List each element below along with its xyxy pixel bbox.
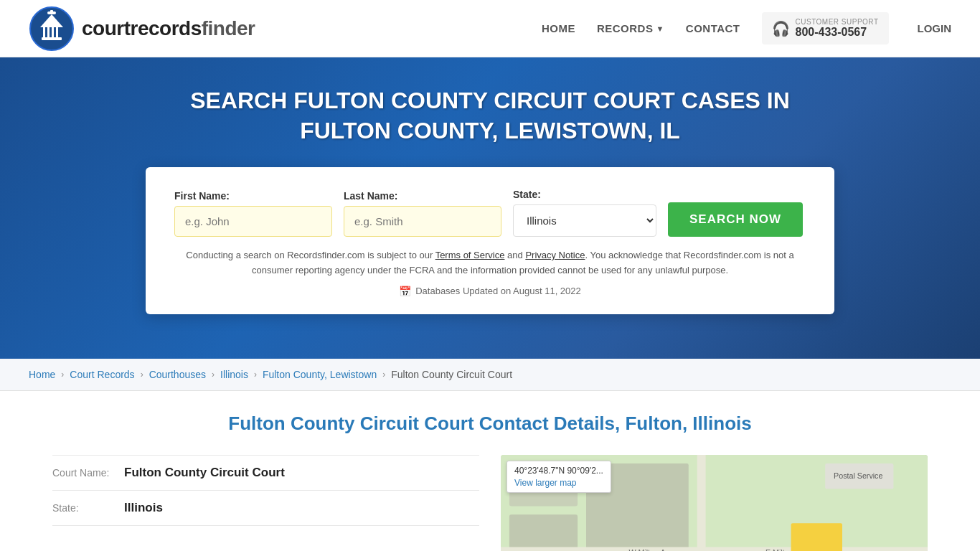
breadcrumb-sep-5: › <box>382 369 385 380</box>
chevron-down-icon: ▼ <box>656 24 664 33</box>
svg-rect-8 <box>50 10 53 13</box>
court-name-row: Court Name: Fulton County Circuit Court <box>52 455 479 491</box>
detail-section: Court Name: Fulton County Circuit Court … <box>52 455 479 551</box>
breadcrumb-sep-2: › <box>141 369 143 380</box>
map-section[interactable]: W Milton Ave E Milton Ave Postal Service… <box>501 455 928 551</box>
last-name-input[interactable] <box>344 206 501 237</box>
breadcrumb-sep-3: › <box>212 369 215 380</box>
svg-text:W Milton Ave: W Milton Ave <box>629 548 674 551</box>
state-detail-label: State: <box>52 502 117 514</box>
main-nav: HOME RECORDS ▼ CONTACT 🎧 CUSTOMER SUPPOR… <box>542 12 951 44</box>
headset-icon: 🎧 <box>772 20 790 37</box>
map-placeholder: W Milton Ave E Milton Ave Postal Service… <box>501 455 928 551</box>
breadcrumb-current: Fulton County Circuit Court <box>391 369 512 380</box>
logo-link[interactable]: courtrecordsfinder <box>29 6 542 52</box>
svg-rect-4 <box>52 27 54 37</box>
map-info-box: 40°23'48.7"N 90°09'2... View larger map <box>507 461 611 493</box>
home-nav-link[interactable]: HOME <box>542 22 575 34</box>
state-group: State: Illinois Alabama Alaska Arizona C… <box>513 189 656 237</box>
calendar-icon: 📅 <box>399 286 411 297</box>
last-name-label: Last Name: <box>344 190 501 202</box>
svg-rect-5 <box>56 27 58 37</box>
support-phone: 800-433-0567 <box>796 26 879 39</box>
records-nav-link[interactable]: RECORDS ▼ <box>597 22 664 34</box>
state-row: State: Illinois <box>52 491 479 526</box>
privacy-link[interactable]: Privacy Notice <box>525 250 585 260</box>
first-name-input[interactable] <box>174 206 332 237</box>
breadcrumb-fulton-lewistown[interactable]: Fulton County, Lewistown <box>263 369 377 380</box>
db-updated-text: 📅 Databases Updated on August 11, 2022 <box>174 286 806 297</box>
state-label: State: <box>513 189 656 200</box>
last-name-group: Last Name: <box>344 190 501 237</box>
search-disclaimer: Conducting a search on Recordsfinder.com… <box>174 248 806 278</box>
breadcrumb-courthouses[interactable]: Courthouses <box>149 369 206 380</box>
hero-section: SEARCH FULTON COUNTY CIRCUIT COURT CASES… <box>0 57 980 359</box>
detail-map-row: Court Name: Fulton County Circuit Court … <box>52 455 928 551</box>
header: courtrecordsfinder HOME RECORDS ▼ CONTAC… <box>0 0 980 57</box>
logo-text: courtrecordsfinder <box>82 17 255 40</box>
breadcrumb-court-records[interactable]: Court Records <box>70 369 134 380</box>
terms-link[interactable]: Terms of Service <box>435 250 505 260</box>
main-content: Fulton County Circuit Court Contact Deta… <box>24 391 956 551</box>
breadcrumb-sep-4: › <box>254 369 257 380</box>
svg-rect-15 <box>501 547 928 551</box>
svg-rect-19 <box>791 523 842 551</box>
court-name-label: Court Name: <box>52 467 117 479</box>
svg-rect-16 <box>697 455 706 551</box>
first-name-group: First Name: <box>174 190 332 237</box>
map-coords: 40°23'48.7"N 90°09'2... <box>514 466 603 476</box>
breadcrumb-home[interactable]: Home <box>29 369 55 380</box>
svg-text:Postal Service: Postal Service <box>834 471 882 480</box>
login-nav-link[interactable]: LOGIN <box>918 22 952 34</box>
logo-icon <box>29 6 75 52</box>
hero-title: SEARCH FULTON COUNTY CIRCUIT COURT CASES… <box>167 86 813 146</box>
view-larger-map-link[interactable]: View larger map <box>514 478 576 488</box>
svg-rect-3 <box>47 27 50 37</box>
court-name-value: Fulton County Circuit Court <box>124 466 285 480</box>
search-card: First Name: Last Name: State: Illinois A… <box>146 167 834 314</box>
search-form: First Name: Last Name: State: Illinois A… <box>174 189 806 237</box>
breadcrumb: Home › Court Records › Courthouses › Ill… <box>0 359 980 391</box>
search-now-button[interactable]: SEARCH NOW <box>668 202 803 237</box>
support-label: CUSTOMER SUPPORT <box>796 18 879 26</box>
breadcrumb-illinois[interactable]: Illinois <box>220 369 248 380</box>
svg-rect-11 <box>509 514 578 551</box>
breadcrumb-sep-1: › <box>61 369 64 380</box>
state-detail-value: Illinois <box>124 501 163 515</box>
contact-nav-link[interactable]: CONTACT <box>686 22 740 34</box>
state-select[interactable]: Illinois Alabama Alaska Arizona Californ… <box>513 204 656 237</box>
content-title: Fulton County Circuit Court Contact Deta… <box>52 413 928 435</box>
first-name-label: First Name: <box>174 190 332 202</box>
svg-rect-2 <box>43 27 45 37</box>
svg-rect-1 <box>42 37 62 40</box>
customer-support-box: 🎧 CUSTOMER SUPPORT 800-433-0567 <box>762 12 889 44</box>
